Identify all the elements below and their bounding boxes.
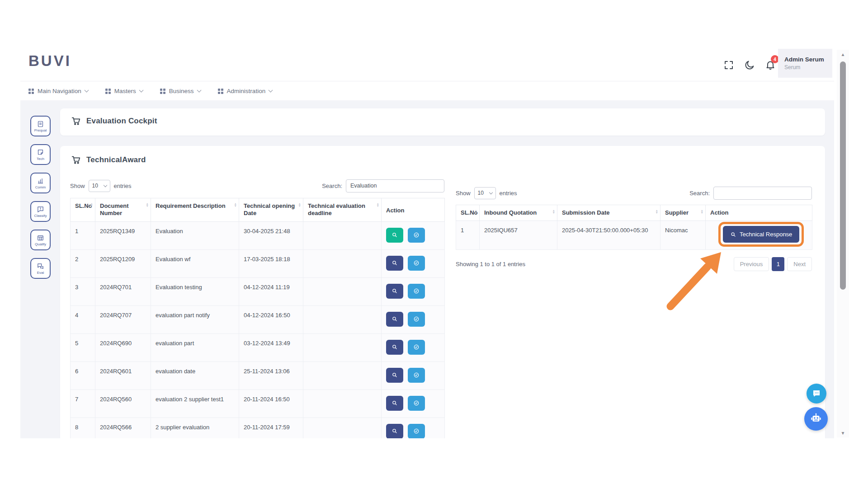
sidebar-item-classify[interactable]: Classify bbox=[30, 201, 51, 222]
chevron-down-icon bbox=[197, 88, 201, 93]
scrollbar-thumb[interactable] bbox=[840, 61, 846, 290]
cell-technical-evaluation-deadline bbox=[303, 249, 382, 277]
sidebar-item-tech[interactable]: Tech bbox=[30, 144, 51, 165]
sidebar-item-eval[interactable]: Eval bbox=[30, 258, 51, 279]
column-header-slno[interactable]: SL.No▲▼ bbox=[71, 198, 95, 222]
search-input[interactable] bbox=[713, 187, 812, 200]
view-requirement-button[interactable] bbox=[386, 424, 403, 439]
sidebar-label: Qualify bbox=[35, 242, 46, 246]
page-size-select[interactable]: 10 bbox=[89, 180, 110, 192]
sort-icon: ▲▼ bbox=[146, 202, 149, 207]
view-requirement-button[interactable] bbox=[386, 256, 403, 271]
column-header-requirement-description[interactable]: Requirement Description▲▼ bbox=[151, 198, 239, 222]
cell-document-number: 2024RQ560 bbox=[95, 389, 151, 418]
view-requirement-button[interactable] bbox=[386, 284, 403, 299]
column-header-slno[interactable]: SL.No▲▼ bbox=[456, 205, 480, 221]
chat-icon bbox=[811, 388, 822, 399]
nav-label: Administration bbox=[227, 88, 266, 94]
next-page-button[interactable]: Next bbox=[787, 257, 812, 271]
cell-requirement-description: 2 supplier evaluation bbox=[151, 418, 239, 438]
cell-technical-opening-date: 20-11-2024 16:50 bbox=[239, 389, 303, 418]
grid-icon bbox=[105, 89, 111, 94]
table-row: 72024RQ560evaluation 2 supplier test120-… bbox=[71, 389, 445, 418]
nav-item-main-navigation[interactable]: Main Navigation bbox=[28, 88, 88, 94]
column-header-submission-date[interactable]: Submission Date▲▼ bbox=[557, 205, 660, 221]
search-label: Search: bbox=[322, 183, 342, 189]
brand-logo: BUVI bbox=[28, 52, 71, 70]
nav-item-business[interactable]: Business bbox=[160, 88, 201, 94]
sidebar-label: Tech bbox=[37, 157, 44, 161]
approve-button[interactable] bbox=[408, 312, 425, 327]
nav-label: Main Navigation bbox=[38, 88, 81, 94]
view-requirement-button[interactable] bbox=[386, 312, 403, 327]
entries-label: entries bbox=[114, 183, 132, 189]
approve-button[interactable] bbox=[408, 284, 425, 299]
robot-icon bbox=[810, 413, 822, 425]
search-input[interactable] bbox=[346, 179, 444, 192]
fullscreen-icon[interactable] bbox=[723, 60, 734, 70]
cell-slno: 5 bbox=[71, 333, 95, 361]
current-page-button[interactable]: 1 bbox=[772, 257, 784, 271]
quotations-table-body: 12025IQU6572025-04-30T21:50:00.000+05:30… bbox=[456, 221, 812, 250]
nav-item-administration[interactable]: Administration bbox=[218, 88, 273, 94]
approve-button[interactable] bbox=[408, 256, 425, 271]
page-size-value: 10 bbox=[478, 190, 484, 196]
cell-inbound-quotation: 2025IQU657 bbox=[480, 221, 557, 250]
cell-document-number: 2024RQ701 bbox=[95, 277, 151, 305]
approve-button[interactable] bbox=[408, 228, 425, 243]
chatbot-button[interactable] bbox=[804, 407, 828, 431]
view-requirement-button[interactable] bbox=[386, 340, 403, 355]
column-header-technical-evaluation-deadline[interactable]: Technical evaluation deadline▲▼ bbox=[303, 198, 382, 222]
previous-page-button[interactable]: Previous bbox=[734, 257, 769, 271]
nav-item-masters[interactable]: Masters bbox=[105, 88, 143, 94]
table-row: 82024RQ5662 supplier evaluation20-11-202… bbox=[71, 418, 445, 438]
column-header-supplier[interactable]: Supplier▲▼ bbox=[660, 205, 706, 221]
cell-document-number: 2024RQ690 bbox=[95, 333, 151, 361]
cell-requirement-description: Evaluation wf bbox=[151, 249, 239, 277]
table-icon bbox=[37, 234, 44, 242]
technical-response-button[interactable]: Technical Response bbox=[723, 226, 799, 243]
cell-technical-evaluation-deadline bbox=[303, 361, 382, 389]
cell-document-number: 2025RQ1349 bbox=[95, 221, 151, 249]
sort-icon: ▲▼ bbox=[90, 202, 93, 207]
cell-slno: 4 bbox=[71, 305, 95, 333]
page-size-select[interactable]: 10 bbox=[474, 187, 496, 199]
sort-icon: ▲▼ bbox=[234, 202, 237, 207]
sidebar-label: Classify bbox=[34, 214, 47, 218]
view-requirement-button[interactable] bbox=[386, 396, 403, 411]
column-header-inbound-quotation[interactable]: Inbound Quotation▲▼ bbox=[480, 205, 557, 221]
sidebar-item-prequal[interactable]: Prequal bbox=[30, 116, 51, 136]
sort-icon: ▲▼ bbox=[552, 209, 555, 214]
user-name: Admin Serum bbox=[784, 56, 832, 63]
view-requirement-button[interactable] bbox=[386, 228, 403, 243]
grid-icon bbox=[160, 89, 165, 94]
sort-icon: ▲▼ bbox=[701, 209, 703, 214]
cell-requirement-description: evaluation 2 supplier test1 bbox=[151, 389, 239, 418]
approve-button[interactable] bbox=[408, 396, 425, 411]
cell-slno: 7 bbox=[71, 389, 95, 418]
cell-technical-opening-date: 30-04-2025 21:48 bbox=[239, 221, 303, 249]
scroll-up-arrow[interactable]: ▲ bbox=[837, 51, 849, 58]
column-header-technical-opening-date[interactable]: Technical opening Date▲▼ bbox=[239, 198, 303, 222]
approve-button[interactable] bbox=[408, 424, 425, 439]
approve-button[interactable] bbox=[408, 340, 425, 355]
user-profile-menu[interactable]: Admin Serum Serum bbox=[778, 49, 832, 78]
column-header-document-number[interactable]: Document Number▲▼ bbox=[95, 198, 151, 222]
dark-mode-moon-icon[interactable] bbox=[744, 60, 755, 70]
cell-action bbox=[382, 333, 445, 361]
sidebar-item-comm[interactable]: Comm bbox=[30, 173, 51, 193]
table-row: 22025RQ1209Evaluation wf17-03-2025 18:18 bbox=[71, 249, 445, 277]
view-requirement-button[interactable] bbox=[386, 368, 403, 383]
cell-slno: 1 bbox=[456, 221, 480, 250]
chat-button[interactable] bbox=[807, 384, 826, 404]
scroll-down-arrow[interactable]: ▼ bbox=[837, 429, 849, 436]
table-row: 42024RQ707evaluation part notify04-12-20… bbox=[71, 305, 445, 333]
sidebar-item-qualify[interactable]: Qualify bbox=[30, 230, 51, 250]
cell-action bbox=[382, 277, 445, 305]
quotations-table: SL.No▲▼ Inbound Quotation▲▼ Submission D… bbox=[456, 205, 812, 250]
cell-action bbox=[382, 221, 445, 249]
cell-action bbox=[382, 361, 445, 389]
cell-technical-evaluation-deadline bbox=[303, 277, 382, 305]
approve-button[interactable] bbox=[408, 368, 425, 383]
cell-technical-evaluation-deadline bbox=[303, 305, 382, 333]
